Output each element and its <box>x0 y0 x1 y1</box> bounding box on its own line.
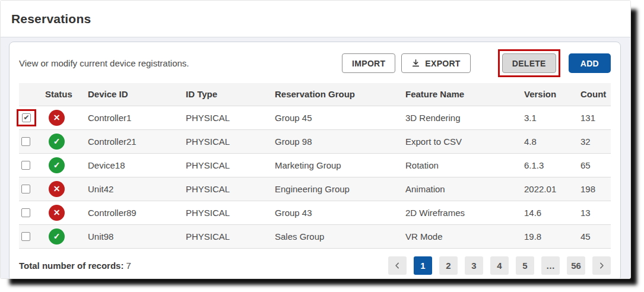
status-ok-icon: ✓ <box>49 157 65 173</box>
cell-reservation-group: Marketing Group <box>272 153 403 177</box>
cell-count: 198 <box>578 177 611 201</box>
row-select-checkbox[interactable] <box>21 137 30 146</box>
column-header-feature-name: Feature Name <box>403 83 522 106</box>
table-row: ✕Controller89PHYSICALGroup 432D Wirefram… <box>19 201 611 224</box>
cell-count: 131 <box>578 106 611 129</box>
panel-description: View or modify current device registrati… <box>19 58 189 68</box>
page-button-1[interactable]: 1 <box>414 256 432 275</box>
cell-status: ✕ <box>43 177 85 201</box>
cell-device-id: Controller89 <box>85 201 183 224</box>
row-select-checkbox[interactable] <box>21 232 30 241</box>
toolbar-actions: IMPORT EXPORT DELETE ADD <box>342 49 611 77</box>
cell-feature-name: Export to CSV <box>403 129 522 153</box>
panel-footer: Total number of records: 7 12345…56 <box>19 256 611 275</box>
cell-device-id: Unit98 <box>85 224 183 248</box>
cell-version: 19.8 <box>522 224 578 248</box>
records-total-label: Total number of records: <box>19 261 123 271</box>
cell-reservation-group: Group 98 <box>272 129 403 153</box>
records-total-value: 7 <box>126 261 131 271</box>
delete-button[interactable]: DELETE <box>502 53 556 73</box>
table-body: ✔✕Controller1PHYSICALGroup 453D Renderin… <box>19 106 611 248</box>
cell-select <box>19 224 43 248</box>
cell-feature-name: 3D Rendering <box>403 106 522 129</box>
page-body: View or modify current device registrati… <box>1 37 630 279</box>
row-select-checkbox[interactable] <box>21 161 30 170</box>
cell-feature-name: 2D Wireframes <box>403 201 522 224</box>
column-header-select <box>19 83 43 106</box>
cell-device-id: Controller21 <box>85 129 183 153</box>
table-row: ✓Unit98PHYSICALSales GroupVR Mode19.845 <box>19 224 611 248</box>
cell-reservation-group: Sales Group <box>272 224 403 248</box>
cell-version: 4.8 <box>522 129 578 153</box>
annotation-box-checkbox: ✔ <box>17 109 36 126</box>
page-header: Reservations <box>1 1 630 37</box>
chevron-right-icon <box>598 262 605 269</box>
cell-status: ✓ <box>43 153 85 177</box>
row-select-checkbox[interactable] <box>21 185 30 193</box>
cell-reservation-group: Group 43 <box>272 201 403 224</box>
cell-id-type: PHYSICAL <box>183 177 272 201</box>
cell-id-type: PHYSICAL <box>183 201 272 224</box>
add-button[interactable]: ADD <box>569 53 611 73</box>
cell-device-id: Controller1 <box>85 106 183 129</box>
column-header-device-id: Device ID <box>85 83 183 106</box>
table-row: ✕Unit42PHYSICALEngineering GroupAnimatio… <box>19 177 611 201</box>
cell-id-type: PHYSICAL <box>183 224 272 248</box>
table-header-row: StatusDevice IDID TypeReservation GroupF… <box>19 83 611 106</box>
status-ok-icon: ✓ <box>49 228 65 245</box>
cell-select <box>19 153 43 177</box>
status-error-icon: ✕ <box>49 205 65 221</box>
page-button-56[interactable]: 56 <box>567 256 585 275</box>
page-button-2[interactable]: 2 <box>439 256 458 275</box>
cell-select: ✔ <box>19 106 43 129</box>
column-header-version: Version <box>522 83 578 106</box>
import-button[interactable]: IMPORT <box>342 53 395 73</box>
cell-version: 3.1 <box>522 106 578 129</box>
cell-id-type: PHYSICAL <box>183 153 272 177</box>
app-window: Reservations View or modify current devi… <box>0 0 631 279</box>
reservations-table: StatusDevice IDID TypeReservation GroupF… <box>19 83 611 249</box>
cell-status: ✓ <box>43 224 85 248</box>
cell-select <box>19 129 43 153</box>
pagination: 12345…56 <box>388 256 611 275</box>
column-header-id-type: ID Type <box>183 83 272 106</box>
cell-version: 2022.01 <box>522 177 578 201</box>
cell-reservation-group: Group 45 <box>272 106 403 129</box>
cell-status: ✕ <box>43 201 85 224</box>
reservations-panel: View or modify current device registrati… <box>9 42 621 279</box>
page-button-5[interactable]: 5 <box>516 256 534 275</box>
table-row: ✓Controller21PHYSICALGroup 98Export to C… <box>19 129 611 153</box>
records-total: Total number of records: 7 <box>19 261 131 271</box>
page-title: Reservations <box>11 12 91 26</box>
chevron-left-icon <box>394 262 401 269</box>
page-button-4[interactable]: 4 <box>490 256 509 275</box>
cell-version: 6.1.3 <box>522 153 578 177</box>
cell-version: 14.6 <box>522 201 578 224</box>
table-row: ✔✕Controller1PHYSICALGroup 453D Renderin… <box>19 106 611 129</box>
table-row: ✓Device18PHYSICALMarketing GroupRotation… <box>19 153 611 177</box>
cell-count: 45 <box>578 224 611 248</box>
cell-count: 65 <box>578 153 611 177</box>
column-header-count: Count <box>578 83 611 106</box>
status-error-icon: ✕ <box>49 181 65 197</box>
page-button-3[interactable]: 3 <box>465 256 483 275</box>
cell-device-id: Device18 <box>85 153 183 177</box>
export-button[interactable]: EXPORT <box>401 53 470 73</box>
cell-select <box>19 201 43 224</box>
panel-toolbar: View or modify current device registrati… <box>19 49 611 77</box>
download-icon <box>411 59 420 68</box>
status-error-icon: ✕ <box>49 110 65 126</box>
cell-status: ✓ <box>43 129 85 153</box>
prev-page-button[interactable] <box>388 256 407 275</box>
cell-id-type: PHYSICAL <box>183 106 272 129</box>
next-page-button[interactable] <box>592 256 611 275</box>
column-header-status: Status <box>43 83 85 106</box>
column-header-reservation-group: Reservation Group <box>272 83 403 106</box>
cell-reservation-group: Engineering Group <box>272 177 403 201</box>
cell-feature-name: VR Mode <box>403 224 522 248</box>
cell-select <box>19 177 43 201</box>
row-select-checkbox[interactable] <box>21 208 30 217</box>
page-ellipsis-button[interactable]: … <box>541 256 560 275</box>
row-select-checkbox[interactable]: ✔ <box>22 113 31 122</box>
cell-count: 13 <box>578 201 611 224</box>
